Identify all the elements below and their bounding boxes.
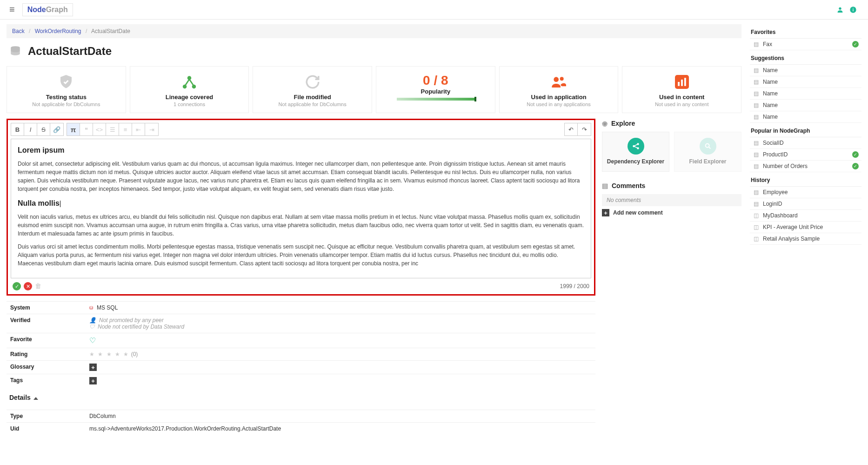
sug-item[interactable]: ▤Name xyxy=(750,100,861,111)
svg-point-15 xyxy=(637,143,639,145)
meta-table: System ⛁MS SQL Verified 👤Not promoted by… xyxy=(7,301,595,387)
list-ol-button[interactable]: ≡ xyxy=(119,123,132,135)
svg-point-8 xyxy=(554,77,559,82)
compass-icon: ◉ xyxy=(602,120,608,127)
breadcrumb: Back / WorkOrderRouting / ActualStartDat… xyxy=(7,24,741,38)
side-suggestions-head: Suggestions xyxy=(750,52,861,65)
svg-point-16 xyxy=(637,148,639,149)
side-history-head: History xyxy=(750,174,861,187)
link-button[interactable]: 🔗 xyxy=(50,123,63,135)
search-icon xyxy=(700,138,716,155)
page-title: ActualStartDate xyxy=(28,45,112,58)
share-icon xyxy=(628,138,644,155)
comment-icon: ▤ xyxy=(602,182,608,189)
explore-header: ◉ Explore xyxy=(602,120,741,127)
cancel-button[interactable]: ✕ xyxy=(24,282,32,290)
side-popular-head: Popular in NodeGraph xyxy=(750,125,861,137)
svg-rect-12 xyxy=(681,80,683,86)
row-tags: Tags + xyxy=(7,374,595,388)
editor-textarea[interactable]: Lorem ipsum Dolor sit amet, consectetur … xyxy=(11,139,591,278)
indent-button[interactable]: ⇥ xyxy=(145,123,158,135)
strike-button[interactable]: S xyxy=(37,123,50,135)
row-rating: Rating ★ ★ ★ ★ ★ (0) xyxy=(7,348,595,361)
hist-item[interactable]: ◫MyDashboard xyxy=(750,210,861,222)
list-ul-button[interactable]: ☰ xyxy=(106,123,119,135)
card-file-modified: File modified Not applicable for DbColum… xyxy=(253,66,372,113)
menu-icon[interactable]: ≡ xyxy=(5,2,20,17)
svg-rect-11 xyxy=(678,82,680,86)
add-tag-button[interactable]: + xyxy=(89,377,97,384)
bold-button[interactable]: B xyxy=(11,123,24,135)
crumb-parent[interactable]: WorkOrderRouting xyxy=(35,28,81,34)
popularity-bar xyxy=(397,98,474,101)
heading-button[interactable]: π xyxy=(67,123,80,135)
hist-item[interactable]: ▤Employee xyxy=(750,187,861,198)
editor-toolbar: B I S 🔗 π ❝ <> ☰ ≡ ⇤ ⇥ ↶ ↷ xyxy=(11,123,591,136)
hist-item[interactable]: ▤LoginID xyxy=(750,198,861,210)
favorite-toggle[interactable]: ♡ xyxy=(89,337,96,344)
svg-rect-3 xyxy=(853,8,853,8)
sug-item[interactable]: ▤Name xyxy=(750,88,861,100)
details-table: TypeDbColumn Uidms.sql->AdventureWorks20… xyxy=(7,410,595,435)
user-icon[interactable] xyxy=(836,6,844,13)
quote-button[interactable]: ❝ xyxy=(80,123,93,135)
comments-empty: No comments xyxy=(602,194,741,206)
field-explorer-button: Field Explorer xyxy=(674,132,741,172)
char-counter: 1999 / 2000 xyxy=(560,283,589,290)
svg-rect-13 xyxy=(684,78,686,86)
undo-button[interactable]: ↶ xyxy=(565,123,578,135)
outdent-button[interactable]: ⇤ xyxy=(132,123,145,135)
row-glossary: Glossary + xyxy=(7,361,595,374)
crumb-current: ActualStartDate xyxy=(91,28,130,34)
svg-point-9 xyxy=(560,77,564,81)
code-button[interactable]: <> xyxy=(93,123,106,135)
svg-point-14 xyxy=(633,146,634,147)
summary-cards: Testing status Not applicable for DbColu… xyxy=(7,66,741,113)
info-icon[interactable] xyxy=(849,6,857,13)
app-logo[interactable]: NodeGraph xyxy=(22,3,73,16)
details-header[interactable]: Details xyxy=(7,387,595,404)
chevron-up-icon xyxy=(33,394,38,401)
confirm-button[interactable]: ✓ xyxy=(13,282,21,290)
sug-item[interactable]: ▤Name xyxy=(750,111,861,123)
side-favorites-head: Favorites xyxy=(750,26,861,39)
right-sidebar: Favorites ▤Fax✓ Suggestions ▤Name ▤Name … xyxy=(750,24,861,435)
sug-item[interactable]: ▤Name xyxy=(750,65,861,76)
row-favorite: Favorite ♡ xyxy=(7,333,595,348)
rating-stars[interactable]: ★ ★ ★ ★ ★ xyxy=(89,351,129,357)
card-lineage: Lineage covered 1 connections xyxy=(130,66,249,113)
crumb-back[interactable]: Back xyxy=(12,28,25,34)
card-used-content: Used in content Not used in any content xyxy=(622,66,741,113)
add-glossary-button[interactable]: + xyxy=(89,364,97,371)
check-icon: ✓ xyxy=(852,163,859,169)
fav-item[interactable]: ▤Fax✓ xyxy=(750,39,861,50)
italic-button[interactable]: I xyxy=(24,123,37,135)
add-comment-button[interactable]: +Add new comment xyxy=(602,209,741,216)
svg-rect-2 xyxy=(853,9,853,11)
row-verified: Verified 👤Not promoted by any peer 🛡Node… xyxy=(7,314,595,333)
hist-item[interactable]: ◫Retail Analysis Sample xyxy=(750,233,861,245)
card-used-app: Used in application Not used in any appl… xyxy=(499,66,619,113)
pop-item[interactable]: ▤Number of Orders✓ xyxy=(750,161,861,172)
sug-item[interactable]: ▤Name xyxy=(750,76,861,88)
hist-item[interactable]: ◫KPI - Average Unit Price xyxy=(750,222,861,233)
page-title-row: ActualStartDate xyxy=(7,38,741,66)
description-editor: B I S 🔗 π ❝ <> ☰ ≡ ⇤ ⇥ ↶ ↷ Lorem ipsum xyxy=(7,119,595,296)
topbar: ≡ NodeGraph xyxy=(0,0,868,20)
card-testing-status: Testing status Not applicable for DbColu… xyxy=(7,66,126,113)
card-popularity: 0 / 8 Popularity xyxy=(376,66,495,113)
svg-point-17 xyxy=(705,144,709,148)
db-icon xyxy=(8,45,22,57)
row-system: System ⛁MS SQL xyxy=(7,302,595,314)
redo-button[interactable]: ↷ xyxy=(578,123,591,135)
comments-header: ▤ Comments xyxy=(602,182,741,189)
pop-item[interactable]: ▤ProductID✓ xyxy=(750,149,861,161)
check-icon: ✓ xyxy=(852,151,859,158)
check-icon: ✓ xyxy=(852,41,859,47)
pop-item[interactable]: ▤SocialID xyxy=(750,137,861,149)
svg-point-0 xyxy=(839,7,841,9)
delete-button[interactable]: 🗑 xyxy=(35,282,41,290)
dependency-explorer-button[interactable]: Dependency Explorer xyxy=(602,132,669,172)
